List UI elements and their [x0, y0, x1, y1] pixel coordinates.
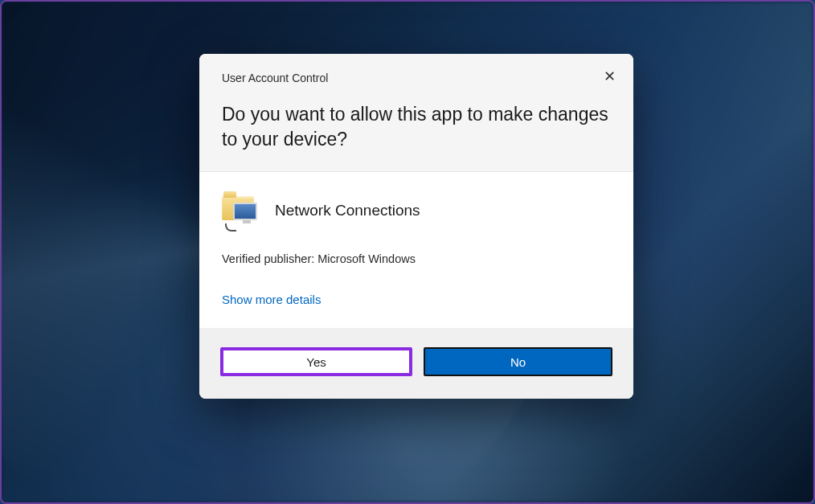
dialog-header: ✕ User Account Control Do you want to al…: [199, 54, 633, 172]
network-connections-icon: [222, 191, 260, 230]
dialog-body: Network Connections Verified publisher: …: [199, 172, 633, 328]
uac-dialog: ✕ User Account Control Do you want to al…: [199, 54, 633, 399]
dialog-footer: Yes No: [199, 328, 633, 399]
verified-publisher: Verified publisher: Microsoft Windows: [222, 252, 611, 265]
show-more-details-link[interactable]: Show more details: [222, 293, 321, 306]
close-button[interactable]: ✕: [600, 67, 619, 86]
yes-button[interactable]: Yes: [220, 347, 412, 376]
app-identity-row: Network Connections: [222, 191, 611, 230]
dialog-title: User Account Control: [222, 72, 611, 84]
dialog-question: Do you want to allow this app to make ch…: [222, 102, 611, 152]
close-icon: ✕: [604, 68, 616, 85]
app-name: Network Connections: [275, 202, 420, 219]
no-button[interactable]: No: [424, 347, 612, 376]
